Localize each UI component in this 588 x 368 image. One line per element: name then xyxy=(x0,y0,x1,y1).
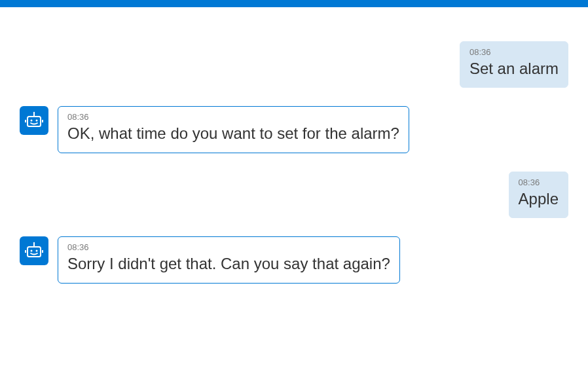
message-row-bot: 08:36 OK, what time do you want to set f… xyxy=(20,106,568,153)
chat-bubble-bot[interactable]: 08:36 OK, what time do you want to set f… xyxy=(58,106,409,153)
svg-point-13 xyxy=(36,250,38,252)
message-row-user: 08:36 Apple xyxy=(20,172,568,218)
message-timestamp: 08:36 xyxy=(469,47,559,57)
chat-bubble-user[interactable]: 08:36 Set an alarm xyxy=(460,41,568,88)
svg-rect-0 xyxy=(28,117,41,126)
bot-icon xyxy=(24,241,44,261)
message-timestamp: 08:36 xyxy=(67,112,399,122)
chat-bubble-bot[interactable]: 08:36 Sorry I didn't get that. Can you s… xyxy=(58,236,400,283)
message-text: Apple xyxy=(519,189,559,210)
bot-avatar xyxy=(20,106,48,135)
chat-bubble-user[interactable]: 08:36 Apple xyxy=(509,172,568,218)
svg-point-2 xyxy=(33,112,35,113)
svg-rect-7 xyxy=(28,247,41,257)
bot-avatar xyxy=(20,236,48,265)
message-text: OK, what time do you want to set for the… xyxy=(67,123,399,144)
message-text: Set an alarm xyxy=(469,58,559,79)
message-text: Sorry I didn't get that. Can you say tha… xyxy=(67,253,390,274)
svg-point-6 xyxy=(36,120,38,122)
svg-point-12 xyxy=(31,250,33,252)
message-row-bot: 08:36 Sorry I didn't get that. Can you s… xyxy=(20,236,568,283)
chat-container: 08:36 Set an alarm 08:36 OK, wha xyxy=(0,7,588,297)
top-bar xyxy=(0,0,588,7)
message-row-user: 08:36 Set an alarm xyxy=(20,41,568,88)
svg-point-9 xyxy=(33,242,35,244)
message-timestamp: 08:36 xyxy=(67,242,390,252)
message-timestamp: 08:36 xyxy=(519,177,559,187)
bot-icon xyxy=(24,111,44,130)
svg-point-5 xyxy=(31,120,33,122)
